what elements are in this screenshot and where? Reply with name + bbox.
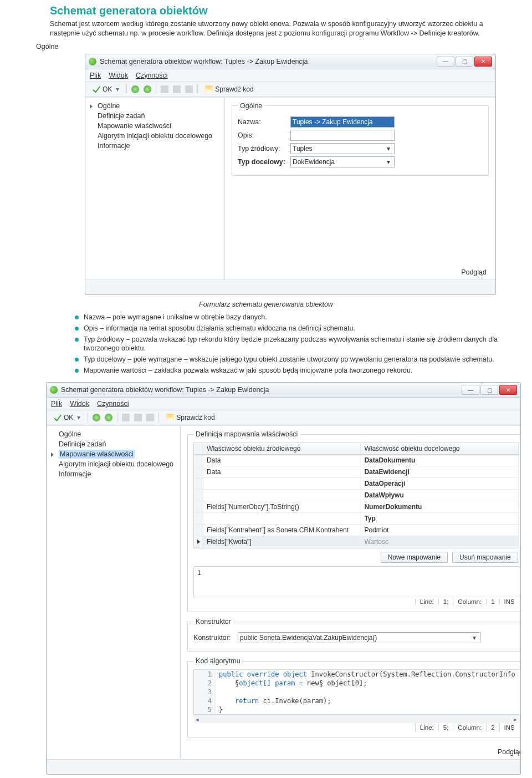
bullet-item: Mapowanie wartości – zakładka pozwala ws… bbox=[75, 366, 513, 375]
check-code-button[interactable]: Sprawdź kod bbox=[202, 85, 256, 94]
fieldset-legend: Ogólne bbox=[238, 102, 264, 110]
fieldset-legend: Konstruktor bbox=[193, 618, 233, 626]
close-button[interactable]: ✕ bbox=[474, 57, 492, 67]
tool-icon[interactable] bbox=[173, 85, 181, 93]
minimize-button[interactable]: — bbox=[462, 385, 479, 395]
constructor-label: Konstruktor: bbox=[193, 634, 238, 642]
dst-type-combo[interactable]: DokEwidencja▾ bbox=[290, 156, 395, 167]
sidebar-item-general[interactable]: Ogólne bbox=[50, 429, 175, 439]
sidebar-item-mapping[interactable]: Mapowanie właściwości bbox=[89, 121, 219, 131]
table-row[interactable]: DataDataEwidencji bbox=[194, 466, 519, 478]
toolbar: OK▾ Sprawdź kod bbox=[47, 410, 520, 425]
check-icon bbox=[54, 414, 62, 421]
figure-caption: Formularz schematu generowania obiektów bbox=[19, 301, 513, 308]
window-title: Schemat generatora obiektów workflow: Tu… bbox=[61, 386, 269, 394]
bullet-item: Nazwa – pole wymagane i unikalne w obręb… bbox=[75, 313, 513, 322]
separator bbox=[88, 413, 88, 423]
dialog-footer bbox=[47, 759, 520, 774]
menubar: Plik Widok Czynności bbox=[47, 398, 520, 410]
dialog-footer bbox=[85, 279, 495, 294]
new-mapping-button[interactable]: Nowe mapowanie bbox=[381, 552, 448, 563]
chevron-down-icon: ▾ bbox=[385, 158, 392, 166]
separator bbox=[117, 413, 117, 423]
ok-button[interactable]: OK▾ bbox=[51, 413, 83, 422]
table-row[interactable]: Typ bbox=[194, 513, 519, 525]
fieldset-mapping: Definicja mapowania właściwości Właściwo… bbox=[187, 430, 521, 612]
sidebar-item-init-algorithm[interactable]: Algorytm inicjacji obiektu docelowego bbox=[89, 131, 219, 141]
tool-icon[interactable] bbox=[146, 414, 154, 421]
app-icon bbox=[89, 58, 96, 65]
check-icon bbox=[93, 85, 100, 93]
row-selector-header bbox=[194, 443, 203, 454]
check-code-button[interactable]: Sprawdź kod bbox=[163, 413, 217, 422]
src-type-combo[interactable]: Tuples▾ bbox=[290, 143, 395, 154]
chevron-down-icon: ▾ bbox=[385, 145, 392, 152]
close-button[interactable]: ✕ bbox=[499, 385, 517, 395]
code-status: Line:5; Column:2 INS bbox=[193, 723, 519, 732]
maximize-button[interactable]: ▢ bbox=[480, 385, 498, 395]
sidebar-item-init-algorithm[interactable]: Algorytm inicjacji obiektu docelowego bbox=[50, 459, 175, 469]
mapping-grid[interactable]: Właściwość obiektu źródłowego Właściwość… bbox=[193, 443, 519, 548]
editor-status: Line:1; Column:1 INS bbox=[193, 597, 519, 606]
wand-icon bbox=[205, 85, 213, 93]
preview-link[interactable]: Podgląd bbox=[461, 268, 487, 276]
tool-icon[interactable] bbox=[134, 414, 142, 421]
nav-fwd-icon[interactable] bbox=[105, 414, 112, 421]
general-label: Ogólne bbox=[19, 43, 513, 50]
sidebar-item-general[interactable]: Ogólne bbox=[89, 101, 219, 111]
maximize-button[interactable]: ▢ bbox=[456, 57, 473, 67]
sidebar-item-info[interactable]: Informacje bbox=[50, 469, 175, 479]
bullet-list: Nazwa – pole wymagane i unikalne w obręb… bbox=[19, 313, 513, 375]
sidebar-item-mapping[interactable]: Mapowanie właściwości bbox=[50, 449, 175, 459]
name-input[interactable] bbox=[290, 116, 395, 128]
nav-back-icon[interactable] bbox=[131, 85, 139, 93]
tool-icon[interactable] bbox=[161, 85, 168, 93]
menu-actions[interactable]: Czynności bbox=[97, 400, 129, 408]
minimize-button[interactable]: — bbox=[437, 57, 454, 67]
titlebar: Schemat generatora obiektów workflow: Tu… bbox=[85, 54, 495, 69]
bullet-item: Opis – informacja na temat sposobu dział… bbox=[75, 324, 513, 333]
fieldset-general: Ogólne Nazwa: Opis: Typ źródłowy: Tuples… bbox=[232, 102, 489, 176]
delete-mapping-button[interactable]: Usuń mapowanie bbox=[452, 552, 518, 563]
sidebar: Ogólne Definicje zadań Mapowanie właściw… bbox=[47, 426, 181, 759]
sidebar-item-tasks[interactable]: Definicje zadań bbox=[50, 439, 175, 449]
fieldset-legend: Definicja mapowania właściwości bbox=[193, 430, 300, 438]
table-row[interactable]: Fields["Kwota"]Wartosc bbox=[194, 536, 519, 548]
fieldset-algorithm: Kod algorytmu 1public override object In… bbox=[187, 657, 521, 738]
tool-icon[interactable] bbox=[122, 414, 130, 421]
table-row[interactable]: Fields["Kontrahent"] as Soneta.CRM.Kontr… bbox=[194, 525, 519, 536]
tool-icon[interactable] bbox=[185, 85, 193, 93]
table-row[interactable]: Fields["NumerObcy"].ToString()NumerDokum… bbox=[194, 501, 519, 513]
table-row[interactable]: DataDataDokumentu bbox=[194, 455, 519, 466]
constructor-combo[interactable]: public Soneta.EwidencjaVat.ZakupEwidencj… bbox=[238, 632, 480, 643]
column-src[interactable]: Właściwość obiektu źródłowego bbox=[203, 443, 361, 454]
sidebar-item-tasks[interactable]: Definicje zadań bbox=[89, 111, 219, 121]
desc-input[interactable] bbox=[290, 130, 395, 141]
bullet-item: Typ docelowy – pole wymagane – wskazuje … bbox=[75, 355, 513, 364]
table-row[interactable]: DataOperacji bbox=[194, 478, 519, 490]
separator bbox=[156, 84, 156, 94]
code-editor[interactable]: 1public override object InvokeConstructo… bbox=[193, 669, 519, 715]
menubar: Plik Widok Czynności bbox=[85, 69, 495, 82]
table-row[interactable]: DataWpływu bbox=[194, 490, 519, 501]
nav-back-icon[interactable] bbox=[93, 414, 100, 421]
app-icon bbox=[50, 386, 58, 394]
sidebar-item-info[interactable]: Informacje bbox=[89, 141, 219, 151]
menu-view[interactable]: Widok bbox=[109, 72, 128, 79]
expression-editor[interactable]: 1 bbox=[193, 566, 519, 597]
menu-view[interactable]: Widok bbox=[70, 400, 89, 408]
wand-icon bbox=[166, 414, 174, 421]
menu-file[interactable]: Plik bbox=[90, 72, 101, 79]
menu-actions[interactable]: Czynności bbox=[136, 72, 168, 79]
menu-file[interactable]: Plik bbox=[51, 400, 62, 408]
separator bbox=[126, 84, 127, 94]
chevron-down-icon: ▾ bbox=[470, 634, 478, 642]
column-dst[interactable]: Właściwość obiektu docelowego bbox=[361, 443, 518, 454]
window-title: Schemat generatora obiektów workflow: Tu… bbox=[100, 58, 308, 65]
preview-link[interactable]: Podgląd bbox=[498, 748, 521, 756]
hscrollbar[interactable]: ◂▸ bbox=[193, 715, 519, 723]
dialog-schema-mapping: Schemat generatora obiektów workflow: Tu… bbox=[46, 382, 521, 775]
content-pane: Definicja mapowania właściwości Właściwo… bbox=[181, 426, 521, 759]
ok-button[interactable]: OK▾ bbox=[90, 85, 122, 94]
nav-fwd-icon[interactable] bbox=[144, 85, 151, 93]
